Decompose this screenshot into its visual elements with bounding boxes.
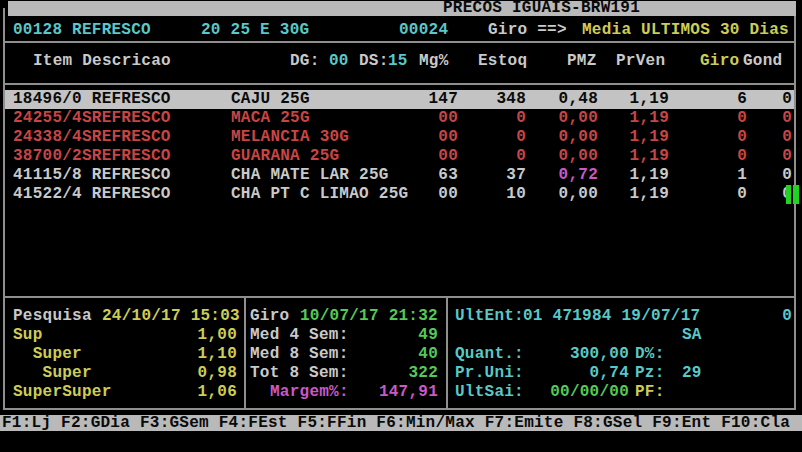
row-prven: 1,19 [589, 185, 669, 204]
ultent-value: 01 471984 19/07/17 [523, 307, 700, 326]
row-item: 38700/2SREFRESCO [13, 147, 171, 166]
price-level-label: Sup [13, 326, 43, 345]
table-row[interactable]: 38700/2SREFRESCO GUARANA 25G 00 0 0,00 1… [0, 147, 802, 166]
function-key-labels: F1:Lj F2:GDia F3:GSem F4:FEst F5:FFin F6… [2, 415, 790, 431]
page-title: PRECOS IGUAIS-BRW191 [443, 1, 640, 16]
table-header-row: Item Descricao DG: 00 DS: 15 Mg% Estoq P… [0, 52, 802, 71]
table-row[interactable]: 18496/0 REFRESCO CAJU 25G 147 348 0,48 1… [0, 90, 802, 109]
row-pmz: 0,00 [518, 109, 598, 128]
row-product: CHA MATE LAR 25G [231, 166, 389, 185]
row-prven: 1,19 [589, 109, 669, 128]
row-pmz: 0,00 [518, 147, 598, 166]
row-pmz: 0,00 [518, 128, 598, 147]
header-dg-label: DG: [290, 52, 320, 71]
row-estoq: 348 [446, 90, 526, 109]
row-item: 24338/4SREFRESCO [13, 128, 171, 147]
row-estoq: 0 [446, 147, 526, 166]
header-estoq: Estoq [478, 52, 527, 71]
row-gond: 0 [712, 147, 792, 166]
header-pmz: PMZ [567, 52, 597, 71]
quant-label: Quant.: [455, 345, 524, 364]
title-bar: PRECOS IGUAIS-BRW191 [8, 1, 796, 16]
pesquisa-panel: Pesquisa 24/10/17 15:03 Sup 1,00 Super 1… [5, 298, 244, 408]
ultsai-value: 00/00/00 [549, 383, 629, 402]
price-level-value: 1,06 [157, 383, 237, 402]
table-row[interactable]: 24338/4SREFRESCO MELANCIA 30G 00 0 0,00 … [0, 128, 802, 147]
sa-tag: SA [682, 326, 702, 345]
price-level-value: 0,98 [157, 364, 237, 383]
row-product: MACA 25G [231, 109, 310, 128]
row-pmz: 0,00 [518, 185, 598, 204]
row-pmz: 0,72 [518, 166, 598, 185]
margem-value: 147,91 [358, 383, 438, 402]
pruni-value: 0,74 [549, 364, 629, 383]
separator-header [3, 83, 796, 85]
pruni-label: Pr.Uni: [455, 364, 524, 383]
row-gond: 0 [712, 90, 792, 109]
price-level-value: 1,00 [157, 326, 237, 345]
pf-label: PF: [635, 383, 665, 402]
cursor-indicator [786, 185, 791, 204]
function-key-bar[interactable]: F1:Lj F2:GDia F3:GSem F4:FEst F5:FFin F6… [0, 415, 802, 431]
giro-arrow-label: Giro ==> [488, 21, 567, 40]
quant-value: 300,00 [549, 345, 629, 364]
row-estoq: 0 [446, 128, 526, 147]
giro-mode-value: Media ULTIMOS 30 Dias [582, 21, 789, 40]
header-dg-value: 00 [329, 52, 349, 71]
header-giro: Giro [700, 52, 739, 71]
ultent-label: UltEnt: [455, 307, 524, 326]
header-mg: Mg% [419, 52, 449, 71]
row-estoq: 37 [446, 166, 526, 185]
giro-datetime: 10/07/17 21:32 [300, 307, 438, 326]
row-product: MELANCIA 30G [231, 128, 349, 147]
separator-info [3, 41, 796, 43]
row-prven: 1,19 [589, 90, 669, 109]
giro-label: Giro [250, 307, 289, 326]
header-ds-label: DS: [359, 52, 389, 71]
table-row[interactable]: 41115/8 REFRESCO CHA MATE LAR 25G 63 37 … [0, 166, 802, 185]
row-gond: 0 [712, 185, 792, 204]
price-level-value: 1,10 [157, 345, 237, 364]
row-prven: 1,19 [589, 147, 669, 166]
giro-stat-value: 40 [358, 345, 438, 364]
row-product: CAJU 25G [231, 90, 310, 109]
ultsai-label: UltSai: [455, 383, 524, 402]
giro-stat-value: 49 [358, 326, 438, 345]
cursor-indicator [793, 185, 799, 204]
terminal-screen: PRECOS IGUAIS-BRW191 00128 REFRESCO 20 2… [0, 0, 802, 452]
pesquisa-datetime: 24/10/17 15:03 [102, 307, 240, 326]
separator-bottom [3, 408, 796, 410]
row-prven: 1,19 [589, 128, 669, 147]
giro-stat-label: Med 8 Sem: [250, 345, 349, 364]
row-gond: 0 [712, 128, 792, 147]
margem-label: Margem%: [270, 383, 349, 402]
product-info-line: 00128 REFRESCO 20 25 E 30G 00024 Giro ==… [0, 21, 802, 40]
price-level-label: Super [13, 345, 82, 364]
price-level-label: SuperSuper [13, 383, 112, 402]
row-item: 41115/8 REFRESCO [13, 166, 171, 185]
row-gond: 0 [712, 166, 792, 185]
giro-stat-label: Med 4 Sem: [250, 326, 349, 345]
giro-stat-label: Tot 8 Sem: [250, 364, 349, 383]
pz-label: Pz: [635, 364, 665, 383]
pz-value: 29 [682, 364, 702, 383]
row-pmz: 0,48 [518, 90, 598, 109]
row-estoq: 10 [446, 185, 526, 204]
giro-stat-value: 322 [358, 364, 438, 383]
header-ds-value: 15 [388, 52, 408, 71]
row-gond: 0 [712, 109, 792, 128]
giro-panel: Giro 10/07/17 21:32 Med 4 Sem: 49 Med 8 … [246, 298, 446, 408]
price-level-label: Super [13, 364, 92, 383]
row-product: GUARANA 25G [231, 147, 339, 166]
ultent-flag: 0 [712, 307, 792, 326]
header-prven: PrVen [616, 52, 665, 71]
table-row[interactable]: 24255/4SREFRESCO MACA 25G 00 0 0,00 1,19… [0, 109, 802, 128]
product-count: 00024 [399, 21, 448, 40]
row-item: 24255/4SREFRESCO [13, 109, 171, 128]
d-pct-label: D%: [635, 345, 665, 364]
product-pack: 20 25 E 30G [201, 21, 309, 40]
table-row[interactable]: 41522/4 REFRESCO CHA PT C LIMAO 25G 00 1… [0, 185, 802, 204]
row-item: 18496/0 REFRESCO [13, 90, 171, 109]
ultimos-panel: UltEnt: 01 471984 19/07/17 0 SA Quant.: … [448, 298, 794, 408]
pesquisa-label: Pesquisa [13, 307, 92, 326]
